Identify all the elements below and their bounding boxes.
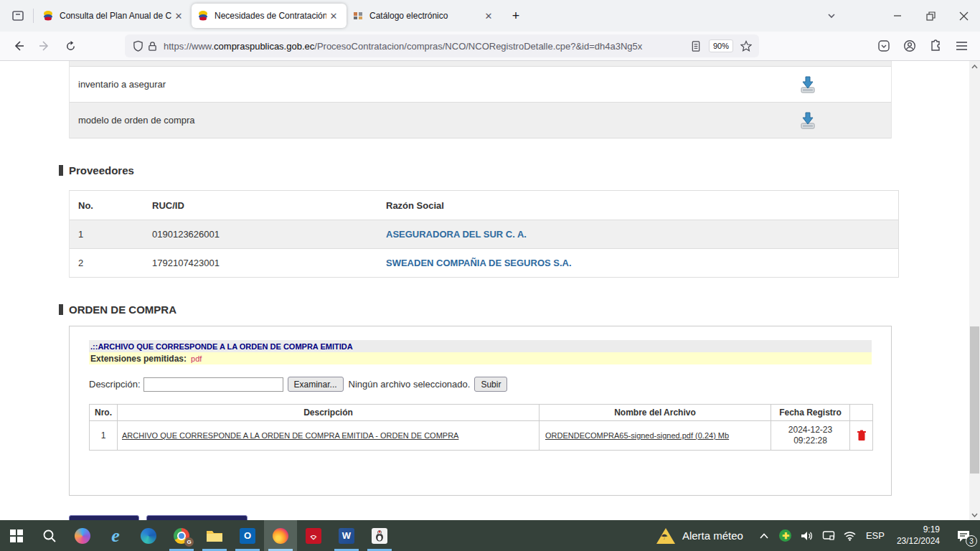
download-icon[interactable] — [798, 75, 818, 95]
outlook-icon[interactable]: O — [231, 520, 264, 551]
page-content: inventario a asegurar modelo de orden de… — [0, 61, 980, 520]
chrome-icon[interactable]: G — [165, 520, 198, 551]
proveedor-link[interactable]: ASEGURADORA DEL SUR C. A. — [386, 229, 527, 240]
url-text[interactable]: https://www.compraspublicas.gob.ec/Proce… — [164, 41, 689, 52]
tab-necesidades[interactable]: Necesidades de Contratación y ✕ — [192, 4, 347, 28]
col-header-no: No. — [70, 200, 152, 211]
bookmark-star-icon[interactable] — [739, 39, 753, 53]
extensions-icon[interactable] — [928, 39, 943, 53]
taskbar: e G O ⌔ W ☂ Alerta méteo — [0, 520, 980, 551]
minimize-button[interactable] — [881, 0, 914, 32]
pocket-icon[interactable] — [877, 39, 891, 53]
tab-close-icon[interactable]: ✕ — [326, 9, 341, 23]
shield-icon[interactable] — [131, 39, 145, 53]
publicar-archivo-button[interactable]: Publicar Archivo — [146, 515, 248, 520]
tab-list-chevron-icon[interactable] — [819, 0, 844, 32]
weather-widget[interactable]: ☂ Alerta méteo — [646, 528, 753, 544]
back-button[interactable] — [7, 34, 30, 57]
scroll-up-icon[interactable] — [969, 61, 980, 72]
subir-button[interactable]: Subir — [474, 377, 507, 392]
proveedores-table: No. RUC/ID Razón Social 1 0190123626001 … — [69, 190, 899, 278]
url-bar[interactable]: https://www.compraspublicas.gob.ec/Proce… — [125, 34, 759, 57]
col-header-nombre: Nombre del Archivo — [540, 405, 771, 420]
notification-center-icon[interactable]: 3 — [947, 520, 980, 551]
scrollbar-thumb[interactable] — [970, 326, 979, 474]
weather-alert-icon: ☂ — [656, 528, 675, 544]
cell-ruc: 0190123626001 — [152, 229, 386, 240]
restore-button[interactable] — [914, 0, 947, 32]
col-header-actions — [850, 405, 872, 420]
acrobat-icon[interactable]: ⌔ — [297, 520, 330, 551]
tab-close-icon[interactable]: ✕ — [171, 9, 186, 23]
tray-chevron-up-icon[interactable] — [753, 520, 775, 551]
account-icon[interactable] — [903, 39, 917, 53]
descripcion-label: Descripción: — [89, 379, 141, 390]
firefox-icon[interactable] — [264, 520, 297, 551]
wifi-icon[interactable] — [839, 520, 861, 551]
fecha-date: 2024-12-23 — [788, 425, 832, 435]
imagej-icon[interactable] — [363, 520, 396, 551]
delete-trash-icon[interactable] — [857, 430, 867, 441]
word-icon[interactable]: W — [330, 520, 363, 551]
new-tab-button[interactable]: + — [506, 6, 526, 26]
start-button[interactable] — [0, 520, 33, 551]
reload-button[interactable] — [59, 34, 82, 57]
bottom-buttons: Regresar Publicar Archivo — [69, 515, 899, 520]
file-table: Nro. Descripción Nombre del Archivo Fech… — [89, 404, 873, 451]
section-title-text: ORDEN DE COMPRA — [69, 303, 176, 316]
tab-plan-anual[interactable]: Consulta del Plan Anual de Con ✕ — [37, 4, 192, 28]
orden-section-title: ORDEN DE COMPRA — [69, 303, 899, 316]
clock[interactable]: 9:19 23/12/2024 — [890, 524, 947, 547]
descripcion-input[interactable] — [143, 377, 283, 392]
ecuador-favicon-icon — [42, 10, 54, 22]
file-table-header-row: Nro. Descripción Nombre del Archivo Fech… — [90, 405, 872, 421]
col-header-descripcion: Descripción — [118, 405, 540, 420]
copilot-icon[interactable] — [66, 520, 99, 551]
reader-view-icon[interactable] — [689, 39, 703, 53]
antivirus-tray-icon[interactable]: ✚ — [775, 520, 796, 551]
internet-explorer-icon[interactable]: e — [99, 520, 132, 551]
section-bar-icon — [59, 165, 63, 176]
lock-icon[interactable] — [145, 39, 159, 53]
cell-fecha: 2024-12-23 09:22:28 — [771, 421, 850, 450]
file-table-row: 1 ARCHIVO QUE CORRESPONDE A LA ORDEN DE … — [90, 421, 872, 450]
file-explorer-icon[interactable] — [198, 520, 231, 551]
scroll-down-icon[interactable] — [969, 509, 980, 520]
attachments-table: inventario a asegurar modelo de orden de… — [69, 61, 892, 138]
section-bar-icon — [59, 304, 63, 315]
attachment-label: inventario a asegurar — [78, 79, 798, 90]
proveedor-link[interactable]: SWEADEN COMPAÑIA DE SEGUROS S.A. — [386, 258, 572, 268]
menu-hamburger-icon[interactable] — [954, 39, 969, 53]
cast-display-icon[interactable] — [818, 520, 839, 551]
edge-icon[interactable] — [132, 520, 165, 551]
search-icon[interactable] — [33, 520, 66, 551]
tab-separator — [33, 9, 34, 23]
download-icon[interactable] — [798, 110, 818, 131]
nav-toolbar: https://www.compraspublicas.gob.ec/Proce… — [0, 32, 980, 61]
file-descripcion-link[interactable]: ARCHIVO QUE CORRESPONDE A LA ORDEN DE CO… — [122, 431, 458, 440]
zoom-level-badge[interactable]: 90% — [709, 39, 733, 52]
tab-close-icon[interactable]: ✕ — [481, 9, 496, 23]
vertical-scrollbar[interactable] — [969, 61, 980, 520]
examinar-button[interactable]: Examinar... — [288, 377, 344, 392]
close-button[interactable] — [947, 0, 980, 32]
archivo-band-title: .::ARCHIVO QUE CORRESPONDE A LA ORDEN DE… — [89, 340, 872, 352]
tab-title: Catálogo electrónico — [369, 11, 481, 21]
col-header-nro: Nro. — [90, 405, 118, 420]
col-header-fecha: Fecha Registro — [771, 405, 850, 420]
toolbar-right-icons — [877, 39, 973, 53]
proveedores-section-title: Proveedores — [69, 164, 899, 176]
clock-time: 9:19 — [897, 524, 940, 536]
clock-date: 23/12/2024 — [897, 536, 940, 547]
firefox-view-icon[interactable] — [6, 5, 30, 27]
forward-button[interactable] — [33, 34, 56, 57]
attachment-row: inventario a asegurar — [70, 67, 891, 103]
volume-icon[interactable] — [796, 520, 818, 551]
language-indicator[interactable]: ESP — [861, 520, 890, 551]
attachment-row: modelo de orden de compra — [70, 103, 891, 138]
tab-catalogo[interactable]: Catálogo electrónico ✕ — [347, 4, 501, 28]
file-nombre-link[interactable]: ORDENDECOMPRA65-signed-signed.pdf (0.24)… — [545, 431, 729, 440]
upload-form: Descripción: Examinar... Ningún archivo … — [89, 377, 872, 392]
weather-alert-text: Alerta méteo — [682, 529, 743, 542]
regresar-button[interactable]: Regresar — [69, 515, 139, 520]
